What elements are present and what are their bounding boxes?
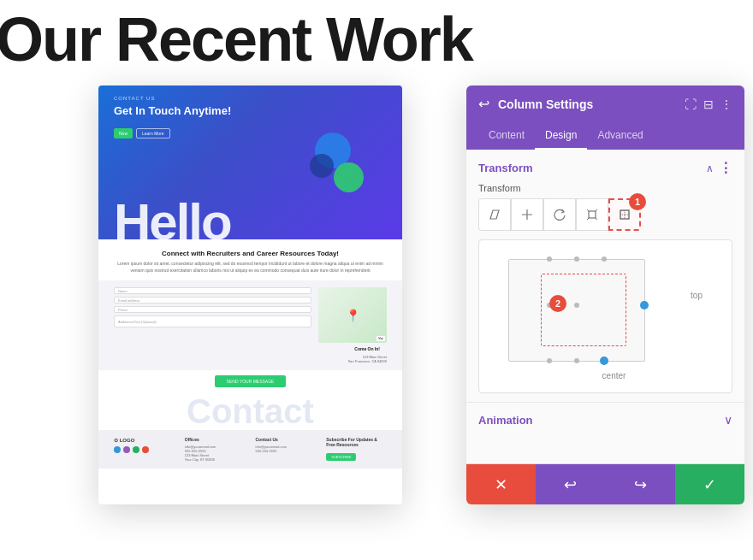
footer-subscribe-col: Subscribe For Updates & Free Resources S… <box>326 437 387 461</box>
footer-contact-col: Contact Us info@youremail.com555-555-555… <box>256 437 317 453</box>
page-heading: Our Recent Work <box>0 9 472 70</box>
preview-address: 123 Main StreetSan Francisco, CA 94000 <box>348 355 387 363</box>
decorative-circle-green <box>334 162 364 192</box>
rotate-button[interactable] <box>543 198 576 231</box>
transform-section-header: Transform ∧ ⋮ <box>466 150 744 183</box>
preview-come-on-in: Come On In! <box>347 343 387 355</box>
decorative-circle-dark <box>310 154 334 178</box>
section-header-right: ∧ ⋮ <box>706 160 732 176</box>
preview-subscribe-button[interactable]: SUBSCRIBE <box>326 453 356 461</box>
fullscreen-icon[interactable]: ⛶ <box>685 97 697 111</box>
transform-more-icon[interactable]: ⋮ <box>719 160 732 176</box>
preview-form: Name Email address Phone Additional Text… <box>114 287 311 363</box>
social-icon-2 <box>123 446 130 453</box>
preview-hero-title: Get In Touch Anytime! <box>114 104 231 119</box>
svg-rect-2 <box>589 211 596 218</box>
preview-btn-1[interactable]: Now <box>114 128 133 139</box>
preview-btn-2[interactable]: Learn More <box>136 128 170 139</box>
footer-subscribe-title: Subscribe For Updates & Free Resources <box>326 437 387 447</box>
form-phone-field: Phone <box>114 306 311 313</box>
undo-button[interactable]: ↩ <box>536 464 605 504</box>
preview-map-label: Map <box>376 336 385 341</box>
footer-office-text: info@youremail.com555-555-5555123 Main S… <box>185 445 246 462</box>
animation-chevron-icon[interactable]: ∨ <box>724 413 732 427</box>
form-name-field: Name <box>114 287 311 294</box>
preview-hero-buttons: Now Learn More <box>114 128 170 139</box>
social-icon-1 <box>114 446 121 453</box>
preview-mid: Connect with Recruiters and Career Resou… <box>98 239 402 280</box>
translate-button[interactable] <box>511 198 543 231</box>
footer-contact-title: Contact Us <box>256 437 317 442</box>
transform-label: Transform <box>466 183 744 198</box>
origin-top-label: top <box>691 291 703 300</box>
animation-title: Animation <box>478 414 533 427</box>
save-button[interactable]: ✓ <box>675 464 744 504</box>
footer-office-col: Offices info@youremail.com555-555-555512… <box>185 437 246 462</box>
footer-office-title: Offices <box>185 437 246 442</box>
panel-title: Column Settings <box>498 97 676 111</box>
preview-social-icons <box>114 446 175 453</box>
preview-hello-text: Hello <box>114 197 231 239</box>
website-preview: CONTACT US Get In Touch Anytime! Now Lea… <box>98 85 402 504</box>
redo-button[interactable]: ↪ <box>606 464 675 504</box>
panel-tabs: Content Design Advanced <box>466 122 744 150</box>
transform-title: Transform <box>478 162 533 174</box>
animation-section: Animation ∨ <box>466 402 744 437</box>
preview-contact-section: Name Email address Phone Additional Text… <box>98 280 402 370</box>
more-icon[interactable]: ⋮ <box>720 97 732 111</box>
preview-footer-logo: ⊙ LOGO <box>114 437 175 443</box>
preview-hero: CONTACT US Get In Touch Anytime! Now Lea… <box>98 85 402 239</box>
panel-content: Transform ∧ ⋮ Transform <box>466 150 744 463</box>
preview-contact-watermark: Contact <box>98 392 402 430</box>
panel-header-icons: ⛶ ⊟ ⋮ <box>685 97 732 111</box>
preview-mid-text: Lorem ipsum dolor sit amet, consectetur … <box>114 261 387 274</box>
badge-1: 1 <box>629 193 646 210</box>
preview-footer: ⊙ LOGO Offices info@youremail.com555-555… <box>98 430 402 469</box>
cancel-button[interactable]: ✕ <box>466 464 536 504</box>
tab-content[interactable]: Content <box>478 122 535 150</box>
transform-chevron-icon[interactable]: ∧ <box>706 162 714 174</box>
badge-2: 2 <box>549 295 566 312</box>
transform-origin-container: top center 2 <box>478 239 732 393</box>
tab-advanced[interactable]: Advanced <box>587 122 653 150</box>
panel-header: ↩ Column Settings ⛶ ⊟ ⋮ <box>466 85 744 122</box>
settings-panel: ↩ Column Settings ⛶ ⊟ ⋮ Content Design A… <box>466 85 744 504</box>
tab-design[interactable]: Design <box>535 122 587 150</box>
preview-contact-label: CONTACT US <box>114 96 155 101</box>
skew-button[interactable] <box>478 198 511 231</box>
panel-action-bar: ✕ ↩ ↪ ✓ <box>466 463 744 504</box>
back-icon[interactable]: ↩ <box>478 96 489 112</box>
preview-big-button[interactable]: SEND YOUR MESSAGE <box>215 375 287 387</box>
preview-mid-title: Connect with Recruiters and Career Resou… <box>114 250 387 257</box>
footer-contact-text: info@youremail.com555-555-5555 <box>256 445 317 453</box>
transform-icons-row: 1 <box>466 198 744 239</box>
social-icon-3 <box>133 446 139 453</box>
form-message-field: Additional Text (Optional) <box>114 315 311 327</box>
social-icon-4 <box>142 446 149 453</box>
columns-icon[interactable]: ⊟ <box>703 97 714 111</box>
form-email-field: Email address <box>114 297 311 304</box>
scale-button[interactable] <box>576 198 608 231</box>
origin-button[interactable]: 1 <box>608 198 641 231</box>
preview-map: Map <box>318 287 387 343</box>
origin-center-label: center <box>508 371 720 380</box>
